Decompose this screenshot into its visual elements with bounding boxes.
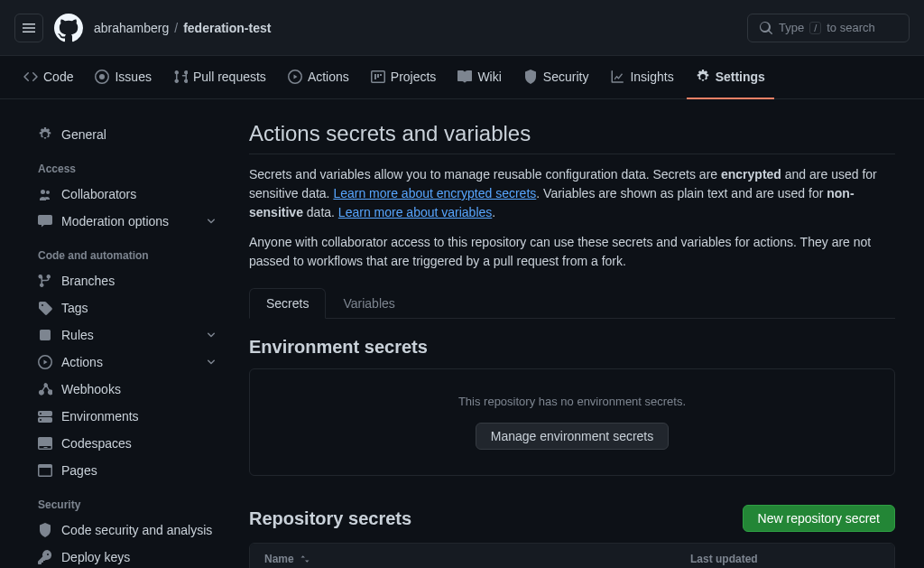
col-name[interactable]: Name <box>264 553 690 565</box>
breadcrumb-owner[interactable]: abrahamberg <box>94 21 169 35</box>
page-description-1: Secrets and variables allow you to manag… <box>249 165 895 222</box>
sidebar-group-security: Security <box>29 484 227 517</box>
shield-icon <box>523 70 538 84</box>
rules-icon <box>38 328 52 342</box>
tab-actions[interactable]: Actions <box>279 56 358 99</box>
page-description-2: Anyone with collaborator access to this … <box>249 233 895 271</box>
global-header: abrahamberg / federation-test Type / to … <box>0 0 924 56</box>
repo-nav: Code Issues Pull requests Actions Projec… <box>0 56 924 99</box>
menu-icon <box>22 21 36 35</box>
play-icon <box>288 70 302 84</box>
link-variables[interactable]: Learn more about variables <box>338 205 492 219</box>
people-icon <box>38 187 52 201</box>
chevron-down-icon <box>204 328 218 342</box>
tag-icon <box>38 301 52 315</box>
repository-secrets-table: Name Last updated AZURE_CLIENT_ID 13 hou… <box>249 543 895 568</box>
sidebar-item-tags[interactable]: Tags <box>29 294 227 321</box>
github-logo-icon[interactable] <box>54 14 83 42</box>
sidebar-item-deploy-keys[interactable]: Deploy keys <box>29 544 227 568</box>
tab-projects[interactable]: Projects <box>362 56 446 99</box>
tab-insights[interactable]: Insights <box>601 56 682 99</box>
breadcrumb: abrahamberg / federation-test <box>94 21 271 35</box>
branch-icon <box>38 274 52 288</box>
shield-icon <box>38 523 52 537</box>
codespaces-icon <box>38 436 52 451</box>
sidebar-item-environments[interactable]: Environments <box>29 403 227 430</box>
sidebar-group-code-automation: Code and automation <box>29 235 227 267</box>
tab-wiki[interactable]: Wiki <box>448 56 510 99</box>
environment-secrets-box: This repository has no environment secre… <box>249 368 895 476</box>
tab-settings[interactable]: Settings <box>687 56 774 99</box>
sidebar-item-collaborators[interactable]: Collaborators <box>29 181 227 208</box>
col-updated: Last updated <box>690 553 817 565</box>
manage-environment-secrets-button[interactable]: Manage environment secrets <box>476 423 670 450</box>
sidebar-item-actions[interactable]: Actions <box>29 349 227 376</box>
settings-sidebar: General Access Collaborators Moderation … <box>29 121 227 568</box>
graph-icon <box>610 70 624 84</box>
chevron-down-icon <box>204 355 218 369</box>
environment-secrets-title: Environment secrets <box>249 337 895 358</box>
search-input[interactable]: Type / to search <box>747 14 910 42</box>
sidebar-item-branches[interactable]: Branches <box>29 267 227 294</box>
server-icon <box>38 409 52 424</box>
env-empty-text: This repository has no environment secre… <box>275 395 869 408</box>
book-icon <box>457 70 472 84</box>
pr-icon <box>173 70 188 84</box>
table-header: Name Last updated <box>250 544 894 568</box>
link-encrypted-secrets[interactable]: Learn more about encrypted secrets <box>333 186 536 200</box>
issue-icon <box>95 70 109 84</box>
sidebar-item-general[interactable]: General <box>29 121 227 148</box>
tab-code[interactable]: Code <box>14 56 82 99</box>
sub-tabs: Secrets Variables <box>249 287 895 319</box>
subtab-secrets[interactable]: Secrets <box>249 288 326 319</box>
tab-pull-requests[interactable]: Pull requests <box>164 56 275 99</box>
key-icon <box>38 550 52 564</box>
sidebar-item-moderation[interactable]: Moderation options <box>29 208 227 235</box>
sidebar-item-codespaces[interactable]: Codespaces <box>29 430 227 457</box>
sidebar-item-pages[interactable]: Pages <box>29 457 227 484</box>
search-icon <box>759 21 773 35</box>
gear-icon <box>696 70 710 84</box>
comment-icon <box>38 214 52 228</box>
browser-icon <box>38 463 52 478</box>
chevron-down-icon <box>204 214 218 228</box>
webhook-icon <box>38 382 52 396</box>
play-icon <box>38 355 52 369</box>
subtab-variables[interactable]: Variables <box>326 288 411 319</box>
code-icon <box>23 70 38 84</box>
tab-security[interactable]: Security <box>514 56 598 99</box>
sort-icon <box>300 554 310 564</box>
main-content: Actions secrets and variables Secrets an… <box>249 121 895 568</box>
sidebar-group-access: Access <box>29 148 227 181</box>
repository-secrets-title: Repository secrets <box>249 508 411 529</box>
sidebar-item-webhooks[interactable]: Webhooks <box>29 376 227 403</box>
menu-button[interactable] <box>14 14 43 42</box>
project-icon <box>371 70 385 84</box>
gear-icon <box>38 127 52 142</box>
sidebar-item-code-security[interactable]: Code security and analysis <box>29 517 227 544</box>
sidebar-item-rules[interactable]: Rules <box>29 321 227 349</box>
page-title: Actions secrets and variables <box>249 121 895 146</box>
tab-issues[interactable]: Issues <box>86 56 160 99</box>
new-repository-secret-button[interactable]: New repository secret <box>743 505 895 532</box>
breadcrumb-repo[interactable]: federation-test <box>183 21 271 35</box>
